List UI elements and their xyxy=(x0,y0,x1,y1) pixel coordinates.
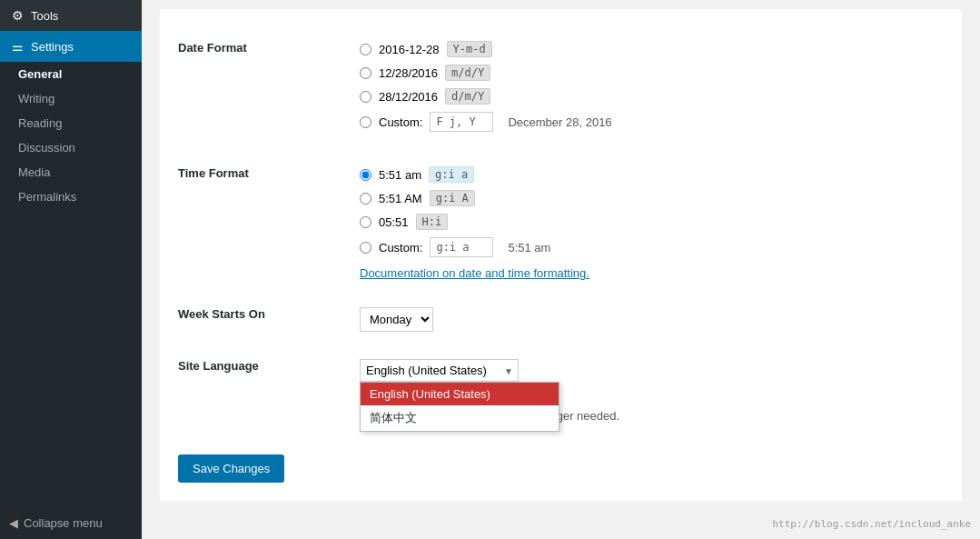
sidebar-item-media[interactable]: Media xyxy=(0,160,142,185)
sidebar: ⚙ Tools ⚌ Settings General Writing Readi… xyxy=(0,0,142,539)
time-preview: 5:51 am xyxy=(508,241,550,255)
week-starts-label: Week Starts On xyxy=(178,294,360,345)
time-badge-giA: g:i A xyxy=(430,190,475,206)
date-display-custom: Custom: xyxy=(379,115,422,129)
time-option-Hi: 05:51 H:i xyxy=(360,214,944,230)
general-label: General xyxy=(18,67,62,81)
date-preview: December 28, 2016 xyxy=(508,115,611,129)
date-radio-custom[interactable] xyxy=(360,116,371,128)
permalinks-label: Permalinks xyxy=(18,190,76,204)
time-badge-Hi: H:i xyxy=(416,214,449,230)
media-label: Media xyxy=(18,165,50,179)
tools-icon: ⚙ xyxy=(9,7,25,24)
sidebar-item-writing[interactable]: Writing xyxy=(0,86,142,111)
date-format-label: Date Format xyxy=(178,27,360,153)
date-radio-mdy[interactable] xyxy=(360,67,371,79)
time-display-giA: 5:51 AM xyxy=(379,192,422,205)
week-starts-td: Monday Sunday xyxy=(360,294,944,345)
date-custom-input[interactable] xyxy=(430,112,493,132)
sidebar-item-reading[interactable]: Reading xyxy=(0,111,142,135)
date-badge-dmy: d/m/Y xyxy=(445,88,490,105)
sidebar-item-general[interactable]: General xyxy=(0,62,142,86)
date-display-mdy: 12/28/2016 xyxy=(379,66,438,80)
time-custom-input[interactable] xyxy=(430,237,493,257)
discussion-label: Discussion xyxy=(18,141,75,155)
time-format-row: Time Format 5:51 am g:i a 5:51 AM g:i A xyxy=(178,153,944,294)
sidebar-item-discussion[interactable]: Discussion xyxy=(0,135,142,160)
date-radio-dmy[interactable] xyxy=(360,91,371,103)
date-option-dmy: 28/12/2016 d/m/Y xyxy=(360,88,944,105)
time-format-td: 5:51 am g:i a 5:51 AM g:i A 05:51 H:i xyxy=(360,153,944,294)
time-display-Hi: 05:51 xyxy=(379,215,409,229)
time-option-custom: Custom: 5:51 am xyxy=(360,237,944,257)
watermark: http://blog.csdn.net/incloud_anke xyxy=(772,518,971,530)
date-badge-mdy: m/d/Y xyxy=(445,65,490,81)
site-language-row: Site Language English (United States) 简体… xyxy=(178,345,944,436)
collapse-label: Collapse menu xyxy=(24,516,103,530)
week-starts-row: Week Starts On Monday Sunday xyxy=(178,294,944,345)
lang-dropdown-item-zh[interactable]: 简体中文 xyxy=(361,405,559,431)
lang-dropdown-item-en[interactable]: English (United States) xyxy=(361,383,559,405)
language-select[interactable]: English (United States) 简体中文 xyxy=(360,359,519,382)
date-option-custom: Custom: December 28, 2016 xyxy=(360,112,944,132)
doc-link[interactable]: Documentation on date and time formattin… xyxy=(360,266,944,280)
time-option-gia: 5:51 am g:i a xyxy=(360,166,944,183)
date-display-dmy: 28/12/2016 xyxy=(379,90,438,104)
time-format-label: Time Format xyxy=(178,153,360,294)
language-dropdown-container: English (United States) 简体中文 ▼ English (… xyxy=(360,359,519,382)
collapse-icon: ◀ xyxy=(9,516,18,530)
time-display-gia: 5:51 am xyxy=(379,168,421,182)
time-radio-custom[interactable] xyxy=(360,242,371,254)
date-option-mdy: 12/28/2016 m/d/Y xyxy=(360,65,944,81)
sidebar-item-tools[interactable]: ⚙ Tools xyxy=(0,0,142,31)
language-dropdown-open: English (United States) 简体中文 xyxy=(360,382,559,432)
time-radio-Hi[interactable] xyxy=(360,216,371,228)
week-starts-select[interactable]: Monday Sunday xyxy=(360,307,433,332)
sidebar-item-permalinks[interactable]: Permalinks xyxy=(0,185,142,209)
date-badge-ymd: Y-m-d xyxy=(447,41,492,57)
settings-label: Settings xyxy=(31,40,74,54)
settings-icon: ⚌ xyxy=(9,38,25,55)
date-option-ymd: 2016-12-28 Y-m-d xyxy=(360,41,944,57)
settings-form: Date Format 2016-12-28 Y-m-d 12/28/2016 … xyxy=(160,9,962,501)
site-language-label: Site Language xyxy=(178,345,360,436)
site-language-td: English (United States) 简体中文 ▼ English (… xyxy=(360,345,944,436)
date-display-ymd: 2016-12-28 xyxy=(379,43,440,56)
date-format-row: Date Format 2016-12-28 Y-m-d 12/28/2016 … xyxy=(178,27,944,153)
language-select-wrapper: English (United States) 简体中文 ▼ xyxy=(360,359,519,382)
time-radio-giA[interactable] xyxy=(360,193,371,205)
main-content: Date Format 2016-12-28 Y-m-d 12/28/2016 … xyxy=(142,0,980,539)
sidebar-item-settings[interactable]: ⚌ Settings xyxy=(0,31,142,62)
time-radio-gia[interactable] xyxy=(360,169,371,181)
tools-label: Tools xyxy=(31,9,58,23)
time-badge-gia: g:i a xyxy=(429,166,474,183)
save-changes-button[interactable]: Save Changes xyxy=(178,454,284,483)
settings-submenu: General Writing Reading Discussion Media… xyxy=(0,62,142,209)
form-table: Date Format 2016-12-28 Y-m-d 12/28/2016 … xyxy=(178,27,944,436)
reading-label: Reading xyxy=(18,116,62,130)
writing-label: Writing xyxy=(18,92,54,105)
time-option-giA: 5:51 AM g:i A xyxy=(360,190,944,206)
date-format-td: 2016-12-28 Y-m-d 12/28/2016 m/d/Y 28/12/… xyxy=(360,27,944,153)
time-display-custom: Custom: xyxy=(379,241,422,255)
collapse-menu-button[interactable]: ◀ Collapse menu xyxy=(0,507,142,539)
date-radio-ymd[interactable] xyxy=(360,44,371,55)
